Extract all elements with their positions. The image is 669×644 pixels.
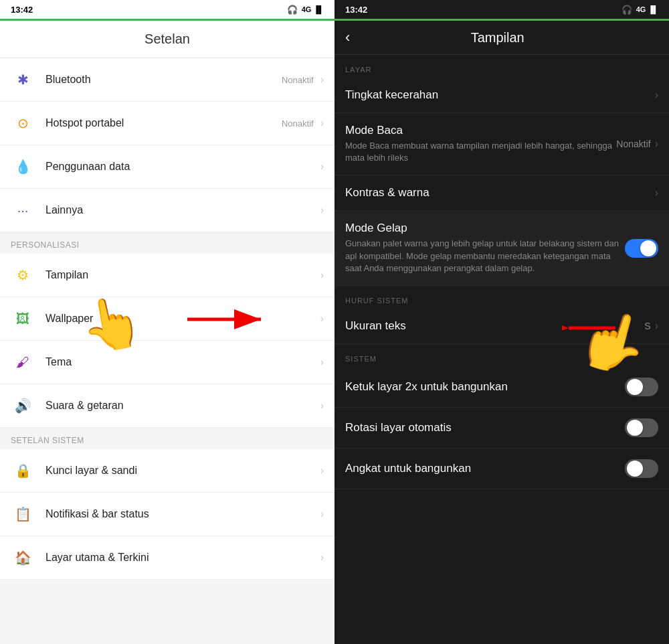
- status-bar-right: 13:42 🎧 4G ▐▌: [334, 0, 669, 19]
- item-title: Tingkat kecerahan: [345, 88, 655, 102]
- list-item[interactable]: 💧 Penggunaan data ›: [0, 145, 334, 189]
- bluetooth-icon: ✱: [11, 68, 35, 92]
- right-header: ‹ Tampilan: [334, 21, 669, 55]
- item-text: Bluetooth: [45, 74, 282, 86]
- item-desc: Mode Baca membuat warna tampilan menjadi…: [345, 140, 616, 164]
- layar-utama-label: Layar utama & Terkini: [45, 552, 149, 563]
- item-right: ›: [320, 400, 324, 412]
- item-right: Nonaktif ›: [282, 74, 324, 86]
- item-title: Mode Gelap: [345, 222, 625, 235]
- ukuran-teks-item[interactable]: Ukuran teks S ›: [334, 309, 669, 344]
- toggle-knob: [627, 461, 643, 477]
- wallpaper-icon: 🖼: [11, 307, 35, 331]
- chevron-icon: ›: [655, 320, 658, 332]
- item-text: Tampilan: [45, 269, 320, 281]
- item-label: Bluetooth: [45, 74, 91, 85]
- chevron-icon: ›: [320, 269, 324, 281]
- notif-item[interactable]: 📋 Notifikasi & bar status ›: [0, 493, 334, 536]
- item-value: Nonaktif: [616, 139, 650, 149]
- left-panel: 13:42 🎧 4G ▐▌ Setelan ✱ Bluetooth Nonakt…: [0, 0, 334, 644]
- more-icon: ···: [11, 198, 35, 222]
- mode-gelap-toggle[interactable]: [625, 239, 658, 258]
- status-icons-left: 🎧 4G ▐▌: [287, 5, 324, 15]
- item-label: Penggunaan data: [45, 161, 130, 172]
- layar-utama-item[interactable]: 🏠 Layar utama & Terkini ›: [0, 536, 334, 580]
- suara-item[interactable]: 🔊 Suara & getaran ›: [0, 384, 334, 428]
- headphone-icon: 🎧: [287, 5, 298, 15]
- mode-baca-item[interactable]: Mode Baca Mode Baca membuat warna tampil…: [334, 113, 669, 175]
- item-content: Kontras & warna: [345, 186, 655, 199]
- item-value: S: [644, 321, 650, 331]
- suara-label: Suara & getaran: [45, 400, 124, 411]
- time-left: 13:42: [11, 5, 33, 15]
- chevron-icon: ›: [320, 400, 324, 412]
- wallpaper-item[interactable]: 🖼 Wallpaper ›: [0, 297, 334, 341]
- tingkat-kecerahan-item[interactable]: Tingkat kecerahan ›: [334, 78, 669, 113]
- right-panel: 13:42 🎧 4G ▐▌ ‹ Tampilan LAYAR Tingkat k…: [334, 0, 669, 644]
- kunci-label: Kunci layar & sandi: [45, 465, 137, 476]
- chevron-icon: ›: [320, 508, 324, 520]
- chevron-icon: ›: [655, 138, 658, 150]
- section-header-sistem-right: SISTEM: [334, 344, 669, 367]
- item-text: Layar utama & Terkini: [45, 552, 320, 564]
- tema-item[interactable]: 🖌 Tema ›: [0, 341, 334, 384]
- chevron-icon: ›: [320, 74, 324, 86]
- item-text: Lainnya: [45, 204, 320, 216]
- chevron-icon: ›: [320, 552, 324, 564]
- item-right: ›: [320, 356, 324, 368]
- tema-icon: 🖌: [11, 350, 35, 374]
- item-right: ›: [320, 465, 324, 477]
- item-text: Suara & getaran: [45, 400, 320, 412]
- item-content: Rotasi layar otomatis: [345, 421, 625, 434]
- signal-icon-r: 4G ▐▌: [636, 5, 658, 13]
- item-text: Kunci layar & sandi: [45, 465, 320, 477]
- chevron-icon: ›: [320, 356, 324, 368]
- chevron-icon: ›: [320, 161, 324, 173]
- data-icon: 💧: [11, 155, 35, 179]
- item-title: Ukuran teks: [345, 319, 644, 333]
- section-header-sistem: SETELAN SISTEM: [0, 428, 334, 449]
- rotasi-toggle[interactable]: [625, 418, 658, 437]
- angkat-toggle[interactable]: [625, 459, 658, 478]
- back-button[interactable]: ‹: [345, 29, 350, 46]
- right-content: LAYAR Tingkat kecerahan › Mode Baca Mode…: [334, 55, 669, 644]
- right-title: Tampilan: [361, 30, 634, 46]
- chevron-icon: ›: [320, 117, 324, 129]
- toggle-knob: [640, 240, 656, 256]
- time-right: 13:42: [345, 5, 367, 15]
- list-item[interactable]: ··· Lainnya ›: [0, 189, 334, 232]
- settings-list: ✱ Bluetooth Nonaktif › ⊙ Hotspot portabe…: [0, 58, 334, 644]
- lock-icon: 🔒: [11, 459, 35, 483]
- hotspot-icon: ⊙: [11, 111, 35, 135]
- home-icon: 🏠: [11, 546, 35, 570]
- item-content: Mode Gelap Gunakan palet warna yang lebi…: [345, 222, 625, 274]
- item-right: ›: [320, 508, 324, 520]
- chevron-icon: ›: [655, 187, 658, 199]
- mode-gelap-item[interactable]: Mode Gelap Gunakan palet warna yang lebi…: [334, 211, 669, 286]
- kontras-item[interactable]: Kontras & warna ›: [334, 175, 669, 211]
- signal-icon: 4G ▐▌: [302, 5, 324, 13]
- wallpaper-label: Wallpaper: [45, 313, 93, 324]
- item-value: Nonaktif: [282, 75, 314, 85]
- angkat-item[interactable]: Angkat untuk bangunkan: [334, 449, 669, 489]
- left-title: Setelan: [0, 21, 334, 58]
- chevron-icon: ›: [320, 313, 324, 325]
- tampilan-item[interactable]: ⚙ Tampilan ›: [0, 254, 334, 297]
- sistem-section: 🔒 Kunci layar & sandi › 📋 Notifikasi & b…: [0, 449, 334, 580]
- item-value: Nonaktif: [282, 118, 314, 129]
- list-item[interactable]: ⊙ Hotspot portabel Nonaktif ›: [0, 102, 334, 145]
- toggle-knob: [627, 379, 643, 395]
- rotasi-item[interactable]: Rotasi layar otomatis: [334, 408, 669, 449]
- ketuk-item[interactable]: Ketuk layar 2x untuk bangunkan: [334, 367, 669, 408]
- item-right: ›: [320, 161, 324, 173]
- item-right: ›: [320, 269, 324, 281]
- item-right: ›: [320, 313, 324, 325]
- list-item[interactable]: ✱ Bluetooth Nonaktif ›: [0, 58, 334, 102]
- item-text: Tema: [45, 356, 320, 368]
- item-title: Angkat untuk bangunkan: [345, 462, 625, 475]
- ketuk-toggle[interactable]: [625, 378, 658, 396]
- item-title: Ketuk layar 2x untuk bangunkan: [345, 380, 625, 394]
- kunci-item[interactable]: 🔒 Kunci layar & sandi ›: [0, 449, 334, 493]
- status-icons-right: 🎧 4G ▐▌: [622, 5, 658, 15]
- chevron-icon: ›: [320, 204, 324, 216]
